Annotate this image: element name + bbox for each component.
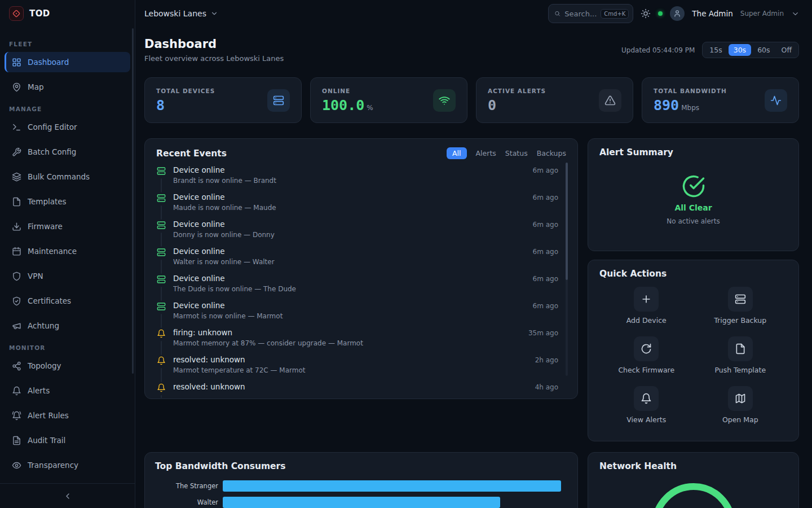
sidebar-item-label: Map: [28, 82, 44, 91]
sidebar-item-vpn[interactable]: VPN: [5, 266, 130, 286]
refresh-interval-off[interactable]: Off: [776, 44, 797, 56]
stat-value: 8: [156, 97, 165, 113]
org-switcher[interactable]: Lebowski Lanes: [144, 9, 218, 18]
action-iconbox: [728, 336, 753, 361]
sidebar-scrollbar[interactable]: [132, 28, 134, 374]
event-title: Device online: [173, 192, 526, 202]
sidebar-item-topology[interactable]: Topology: [5, 356, 130, 376]
connection-status-dot: [658, 11, 663, 16]
action-trigger-backup[interactable]: Trigger Backup: [694, 287, 788, 325]
event-row[interactable]: resolved: unknown Marmot temperature at …: [156, 355, 558, 382]
chevron-down-icon: [210, 10, 218, 17]
events-scrollbar[interactable]: [566, 163, 568, 376]
nav-section-monitor: MONITOR Topology Alerts Alert: [0, 344, 135, 475]
sidebar-item-batch-config[interactable]: Batch Config: [5, 142, 130, 162]
event-row[interactable]: firing: unknown Marmot memory at 87% — c…: [156, 328, 558, 355]
calendar-icon: [12, 247, 21, 256]
bar-label: The Stranger: [155, 482, 218, 490]
stat-card-active-alerts: ACTIVE ALERTS 0: [476, 77, 633, 123]
action-check-firmware[interactable]: Check Firmware: [599, 336, 694, 374]
page-header: Dashboard Fleet overview across Lebowski…: [144, 37, 799, 63]
action-push-template[interactable]: Push Template: [694, 336, 788, 374]
alert-status: All Clear: [674, 203, 712, 212]
sidebar-item-config-editor[interactable]: Config Editor: [5, 117, 130, 137]
event-row[interactable]: Device online Walter is now online — Wal…: [156, 247, 558, 274]
event-time: 35m ago: [528, 328, 558, 355]
sidebar-item-maintenance[interactable]: Maintenance: [5, 241, 130, 261]
bandwidth-row: Walter: [145, 497, 577, 508]
action-open-map[interactable]: Open Map: [694, 386, 788, 424]
sidebar-item-alerts[interactable]: Alerts: [5, 380, 130, 401]
action-view-alerts[interactable]: View Alerts: [599, 386, 694, 424]
sidebar-item-map[interactable]: Map: [5, 77, 130, 97]
stat-iconbox: [433, 89, 456, 112]
refresh-interval-group: 15s30s60sOff: [702, 42, 799, 58]
sidebar-item-label: Topology: [28, 361, 61, 370]
sidebar-item-label: Config Editor: [28, 122, 77, 132]
updated-timestamp: Updated 05:44:09 PM: [621, 46, 695, 54]
sidebar-item-dashboard[interactable]: Dashboard: [5, 52, 130, 72]
sidebar-item-transparency[interactable]: Transparency: [5, 455, 130, 475]
sidebar-item-bulk-commands[interactable]: Bulk Commands: [5, 167, 130, 187]
action-add-device[interactable]: Add Device: [599, 287, 694, 325]
topbar-right: Search... Cmd+K The Admin Super Admin: [548, 4, 800, 23]
alert-summary-card: Alert Summary All Clear No active alerts: [588, 138, 799, 251]
sidebar-item-certificates[interactable]: Certificates: [5, 291, 130, 311]
events-tab-backups[interactable]: Backups: [537, 147, 566, 159]
sidebar-item-label: Certificates: [28, 296, 71, 305]
event-row[interactable]: Device online Marmot is now online — Mar…: [156, 301, 558, 328]
share-icon: [12, 361, 21, 371]
events-scrollbar-thumb[interactable]: [566, 163, 568, 280]
timeline-connector: [161, 395, 162, 398]
refresh-interval-60s[interactable]: 60s: [752, 44, 775, 56]
bandwidth-title: Top Bandwidth Consumers: [145, 461, 577, 471]
events-tab-alerts[interactable]: Alerts: [476, 147, 496, 159]
event-row[interactable]: Device online The Dude is now online — T…: [156, 274, 558, 301]
refresh-interval-15s[interactable]: 15s: [704, 44, 727, 56]
sidebar-item-audit-trail[interactable]: Audit Trail: [5, 430, 130, 450]
events-tab-status[interactable]: Status: [505, 147, 528, 159]
topbar: Lebowski Lanes Search... Cmd+K The Admin…: [135, 0, 812, 27]
sidebar-item-label: Firmware: [28, 222, 63, 231]
event-row[interactable]: resolved: unknown 4h ago: [156, 382, 558, 398]
sidebar-item-firmware[interactable]: Firmware: [5, 216, 130, 237]
action-iconbox: [634, 287, 659, 312]
event-row[interactable]: Device online Donny is now online — Donn…: [156, 220, 558, 247]
sidebar-item-label: Batch Config: [28, 147, 76, 156]
theme-toggle-sun-icon[interactable]: [641, 8, 651, 19]
avatar[interactable]: [670, 6, 685, 21]
event-title: firing: unknown: [173, 328, 522, 337]
map-icon: [735, 393, 746, 404]
timeline-connector: [161, 314, 162, 328]
bell-icon: [641, 393, 652, 404]
timeline-connector: [161, 341, 162, 355]
event-time: 6m ago: [533, 301, 558, 328]
event-time: 6m ago: [533, 192, 558, 220]
event-detail: Marmot memory at 87% — consider upgrade …: [173, 339, 522, 347]
refresh-interval-30s[interactable]: 30s: [729, 44, 751, 56]
event-row[interactable]: Device online Maude is now online — Maud…: [156, 192, 558, 220]
user-menu-chevron-icon[interactable]: [791, 10, 800, 18]
timeline-connector: [161, 205, 162, 220]
sidebar-collapse-button[interactable]: [60, 488, 76, 504]
sidebar-item-alert-rules[interactable]: Alert Rules: [5, 405, 130, 426]
sidebar-item-templates[interactable]: Templates: [5, 191, 130, 212]
logo-mark: [9, 6, 24, 21]
event-title: Device online: [173, 274, 526, 283]
event-time: 6m ago: [533, 247, 558, 274]
quick-actions-card: Quick Actions Add Device Trigger Backup: [588, 260, 799, 441]
bell-ring-icon: [12, 411, 21, 421]
stats-row: TOTAL DEVICES 8 ONLINE 100.0 %: [144, 77, 799, 123]
stat-unit: %: [367, 104, 373, 112]
recent-events-card: Recent Events AllAlertsStatusBackups: [144, 138, 578, 399]
events-tab-all[interactable]: All: [447, 147, 467, 159]
event-row[interactable]: Device online Brandt is now online — Bra…: [156, 165, 558, 192]
stat-iconbox: [267, 89, 290, 112]
stat-card-total-bandwidth: TOTAL BANDWIDTH 890 Mbps: [642, 77, 799, 123]
stat-value: 890: [654, 97, 679, 113]
search-input[interactable]: Search... Cmd+K: [548, 4, 633, 23]
sidebar-item-achtung[interactable]: Achtung: [5, 316, 130, 336]
stat-label: ACTIVE ALERTS: [488, 87, 546, 94]
dashboard-grid: Recent Events AllAlertsStatusBackups: [144, 138, 799, 508]
action-label: View Alerts: [626, 415, 666, 424]
